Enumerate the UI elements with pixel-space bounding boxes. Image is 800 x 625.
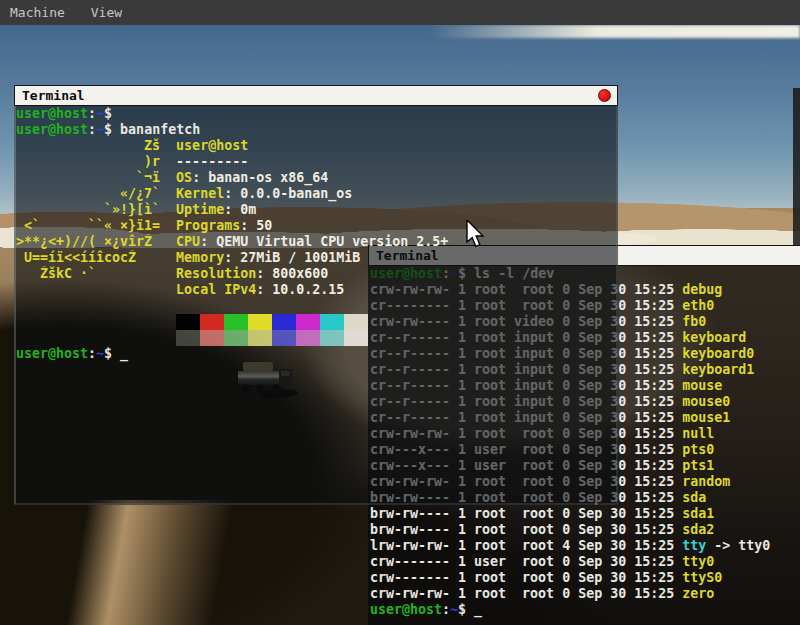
- device-name: random: [682, 474, 730, 489]
- wallpaper-rock-ridge: [0, 500, 380, 625]
- device-row: brw-rw---- 1 root root 0 Sep 30 15:25 sd…: [370, 506, 800, 522]
- blank-line: [16, 298, 616, 314]
- palette-swatch: [176, 330, 200, 346]
- fetch-value: : 10.0.2.15: [256, 282, 344, 297]
- fetch-value: ---------: [176, 154, 248, 169]
- palette-swatch: [296, 330, 320, 346]
- vm-screen: Machine View Terminal user@host:~$ ls -l…: [0, 0, 800, 625]
- palette-swatch: [224, 314, 248, 330]
- device-name: pts1: [682, 458, 714, 473]
- color-palette-row: [16, 330, 616, 346]
- ascii-art: `»!}[ì`: [16, 202, 176, 217]
- menu-item-view[interactable]: View: [91, 5, 122, 20]
- ascii-art: U==íï<<ííîcocŽ: [16, 250, 176, 265]
- device-name: mouse: [682, 378, 722, 393]
- ascii-art: Zš: [16, 138, 176, 153]
- palette-swatch: [248, 330, 272, 346]
- device-name: tty0: [682, 554, 714, 569]
- palette-swatch: [296, 314, 320, 330]
- fetch-line: >**¿<+)//( ×¿vîrŽ CPU: QEMU Virtual CPU …: [16, 234, 616, 250]
- fetch-label: Programs: [176, 218, 240, 233]
- device-name: keyboard: [682, 330, 746, 345]
- fetch-line: Local IPv4: 10.0.2.15: [16, 282, 616, 298]
- palette-swatch: [272, 330, 296, 346]
- palette-cells: [176, 330, 368, 346]
- terminal1-title: Terminal: [15, 88, 85, 103]
- text-cursor: _: [120, 346, 128, 361]
- ascii-art: «/¿7`: [16, 186, 176, 201]
- ascii-art: >**¿<+)//( ×¿vîrŽ: [16, 234, 176, 249]
- fetch-line: <` ``« ×}ï1= Programs: 50: [16, 218, 616, 234]
- device-name: tty: [682, 538, 706, 553]
- palette-swatch: [320, 330, 344, 346]
- device-name: fb0: [682, 314, 706, 329]
- terminal-line: user@host:~$: [16, 106, 616, 122]
- close-button-icon[interactable]: [598, 89, 611, 102]
- menu-bar: Machine View: [0, 0, 800, 25]
- device-row: brw-rw---- 1 root root 0 Sep 30 15:25 sd…: [370, 522, 800, 538]
- device-name: pts0: [682, 442, 714, 457]
- ascii-art: [16, 282, 176, 297]
- menu-item-machine[interactable]: Machine: [10, 5, 65, 20]
- device-name: zero: [682, 586, 714, 601]
- fetch-value: : QEMU Virtual CPU version 2.5+: [200, 234, 448, 249]
- mouse-cursor-icon: [466, 220, 488, 250]
- fetch-line: `»!}[ì` Uptime: 0m: [16, 202, 616, 218]
- device-name: ttyS0: [682, 570, 722, 585]
- fetch-line: )r ---------: [16, 154, 616, 170]
- fetch-line: Zš user@host: [16, 138, 616, 154]
- fetch-label: user@host: [176, 138, 248, 153]
- fetch-label: Local IPv4: [176, 282, 256, 297]
- terminal1-content[interactable]: user@host:~$ user@host:~$ bananfetch Zš …: [14, 106, 618, 505]
- device-name: mouse1: [682, 410, 730, 425]
- device-name: eth0: [682, 298, 714, 313]
- palette-swatch: [344, 314, 368, 330]
- device-row: crw------- 1 user root 0 Sep 30 15:25 tt…: [370, 554, 800, 570]
- fetch-line: `¬ï OS: banan-os x86_64: [16, 170, 616, 186]
- fetch-label: Resolution: [176, 266, 256, 281]
- wallpaper-dark-edge: [793, 88, 800, 248]
- fetch-line: U==íï<<ííîcocŽ Memory: 27MiB / 1001MiB: [16, 250, 616, 266]
- text-cursor: _: [474, 602, 482, 617]
- device-name: mouse0: [682, 394, 730, 409]
- fetch-value: : 800x600: [256, 266, 328, 281]
- symlink-target: -> tty0: [706, 538, 770, 553]
- palette-swatch: [320, 314, 344, 330]
- device-name: keyboard1: [682, 362, 754, 377]
- palette-swatch: [224, 330, 248, 346]
- palette-swatch: [200, 314, 224, 330]
- palette-swatch: [272, 314, 296, 330]
- ascii-art: <` ``« ×}ï1=: [16, 218, 176, 233]
- ascii-art: `¬ï: [16, 170, 176, 185]
- wallpaper-cloud-band: [430, 25, 800, 38]
- fetch-label: Kernel: [176, 186, 224, 201]
- palette-swatch: [248, 314, 272, 330]
- device-name: sda: [682, 490, 706, 505]
- terminal-line: user@host:~$ _: [16, 346, 616, 362]
- terminal-line: user@host:~$ _: [370, 602, 800, 618]
- terminal-line: user@host:~$ bananfetch: [16, 122, 616, 138]
- fetch-value: : 0.0.0-banan_os: [224, 186, 352, 201]
- fetch-value: : 0m: [224, 202, 256, 217]
- fetch-value: : 27MiB / 1001MiB: [224, 250, 360, 265]
- palette-swatch: [200, 330, 224, 346]
- device-row: crw------- 1 root root 0 Sep 30 15:25 tt…: [370, 570, 800, 586]
- fetch-line: ŽškC ·` Resolution: 800x600: [16, 266, 616, 282]
- palette-swatch: [176, 314, 200, 330]
- device-name: null: [682, 426, 714, 441]
- fetch-label: Memory: [176, 250, 224, 265]
- fetch-value: : banan-os x86_64: [192, 170, 328, 185]
- device-name: sda2: [682, 522, 714, 537]
- fetch-label: CPU: [176, 234, 200, 249]
- ascii-art: ŽškC ·`: [16, 266, 176, 281]
- fetch-label: Uptime: [176, 202, 224, 217]
- device-row: crw-rw-rw- 1 root root 0 Sep 30 15:25 ze…: [370, 586, 800, 602]
- device-row: lrw-rw-rw- 1 root root 4 Sep 30 15:25 tt…: [370, 538, 800, 554]
- device-name: sda1: [682, 506, 714, 521]
- terminal-window-bananfetch[interactable]: Terminal user@host:~$ user@host:~$ banan…: [14, 85, 618, 505]
- palette-cells: [176, 314, 368, 330]
- device-name: keyboard0: [682, 346, 754, 361]
- fetch-value: : 50: [240, 218, 272, 233]
- terminal1-titlebar[interactable]: Terminal: [14, 85, 618, 106]
- device-name: debug: [682, 282, 722, 297]
